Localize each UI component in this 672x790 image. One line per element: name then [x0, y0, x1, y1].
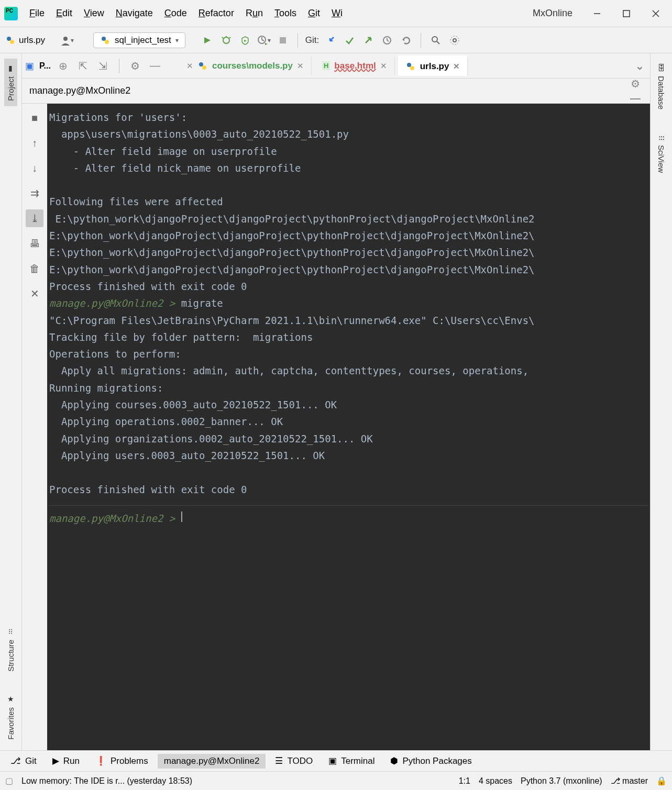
stop-button[interactable] — [276, 33, 290, 48]
target-icon[interactable]: ⊕ — [56, 59, 71, 73]
indent-setting[interactable]: 4 spaces — [479, 776, 512, 786]
interpreter[interactable]: Python 3.7 (mxonline) — [521, 776, 602, 786]
git-commit-button[interactable] — [342, 33, 357, 48]
maximize-button[interactable] — [613, 3, 640, 24]
btab-git[interactable]: ⎇Git — [4, 753, 43, 769]
editor-tab-models[interactable]: ✕ courses\models.py ✕ — [179, 57, 312, 75]
editor-tab-urls[interactable]: urls.py ✕ — [398, 55, 468, 76]
tabs-dropdown-icon[interactable]: ⌄ — [632, 59, 647, 73]
project-tool-tab[interactable]: Project▮ — [4, 59, 17, 106]
btab-problems[interactable]: ❗Problems — [89, 753, 155, 769]
print-icon[interactable]: 🖶 — [26, 235, 43, 252]
git-branch[interactable]: ⎇ master — [611, 776, 648, 786]
hide-icon[interactable]: — — [148, 59, 162, 73]
bottom-tool-tabs: ⎇Git ▶Run ❗Problems manage.py@MxOnline2 … — [0, 750, 672, 771]
menu-git[interactable]: Git — [303, 6, 325, 21]
search-button[interactable] — [428, 33, 443, 48]
project-toggle-label[interactable]: P... — [39, 61, 51, 71]
collapse-icon[interactable]: ⇲ — [96, 59, 111, 73]
lock-icon[interactable]: 🔒 — [656, 776, 667, 786]
btab-manage[interactable]: manage.py@MxOnline2 — [158, 754, 266, 769]
svg-line-25 — [437, 41, 439, 44]
git-label: Git: — [305, 35, 319, 46]
crumb-filename: urls.py — [19, 35, 45, 46]
profile-button[interactable]: ▾ — [257, 33, 271, 48]
menu-edit[interactable]: Edit — [51, 6, 78, 21]
minimize-button[interactable] — [584, 3, 610, 24]
cursor-position[interactable]: 1:1 — [459, 776, 470, 786]
btab-run[interactable]: ▶Run — [46, 753, 86, 769]
btab-terminal[interactable]: ▣Terminal — [322, 753, 381, 769]
close-icon[interactable]: ✕ — [380, 61, 387, 71]
scroll-end-icon[interactable]: ⤓ — [26, 209, 43, 227]
svg-line-13 — [229, 37, 230, 38]
run-button[interactable] — [200, 33, 215, 48]
close-icon[interactable]: ✕ — [186, 61, 193, 71]
git-push-button[interactable] — [361, 33, 376, 48]
menu-run[interactable]: Run — [240, 6, 268, 21]
btab-todo[interactable]: ☰TODO — [269, 753, 319, 769]
svg-point-24 — [432, 37, 437, 42]
svg-point-31 — [410, 66, 414, 70]
main-toolbar: urls.py ▾ sql_inject_test ▾ ▾ Git: — [0, 27, 672, 53]
svg-marker-14 — [244, 40, 247, 42]
coverage-button[interactable] — [238, 33, 252, 48]
terminal-header: manage.py@MxOnline2 ⚙ — — [22, 79, 650, 104]
navigation-crumb[interactable]: urls.py — [5, 35, 45, 46]
svg-line-22 — [387, 40, 389, 41]
git-history-button[interactable] — [380, 33, 394, 48]
gear-icon[interactable]: ⚙ — [128, 59, 142, 73]
structure-tool-tab[interactable]: Structure⁝⁝ — [4, 622, 17, 677]
svg-point-30 — [407, 63, 411, 67]
structure-icon: ⁝⁝ — [9, 627, 13, 636]
wrap-icon[interactable]: ⇉ — [26, 184, 43, 202]
tab-label: courses\models.py — [212, 61, 293, 71]
editor-tab-base[interactable]: H base.html ✕ — [315, 57, 395, 75]
down-arrow-icon[interactable]: ↓ — [26, 159, 43, 177]
project-pane-toolbar: ▣ P... ⊕ ⇱ ⇲ ⚙ — — [25, 59, 167, 73]
stop-icon[interactable]: ■ — [26, 109, 43, 127]
menu-view[interactable]: View — [79, 6, 109, 21]
database-tool-tab[interactable]: 🗄Database — [655, 59, 668, 115]
close-icon[interactable]: ✕ — [453, 62, 460, 71]
status-doc-icon[interactable]: ▢ — [5, 776, 13, 786]
menu-refactor[interactable]: Refactor — [193, 6, 239, 21]
svg-point-27 — [450, 36, 459, 44]
trash-icon[interactable]: 🗑 — [26, 260, 43, 277]
sciview-tool-tab[interactable]: ⁝⁝SciView — [655, 130, 668, 178]
close-button[interactable] — [643, 3, 669, 24]
close-icon[interactable]: ✕ — [297, 61, 304, 71]
svg-point-26 — [453, 39, 456, 42]
git-update-button[interactable] — [323, 33, 338, 48]
gear-icon[interactable]: ⚙ — [628, 76, 643, 91]
branch-icon: ⎇ — [10, 755, 21, 766]
menu-file[interactable]: FFileile — [24, 6, 50, 21]
tab-label: urls.py — [420, 61, 449, 72]
debug-button[interactable] — [219, 33, 234, 48]
up-arrow-icon[interactable]: ↑ — [26, 134, 43, 152]
svg-line-17 — [262, 40, 264, 41]
layout-icon[interactable]: ▣ — [25, 60, 34, 72]
btab-packages[interactable]: ⬢Python Packages — [384, 753, 478, 769]
run-config-selector[interactable]: sql_inject_test ▾ — [93, 32, 185, 48]
expand-icon[interactable]: ⇱ — [76, 59, 91, 73]
user-icon[interactable]: ▾ — [60, 33, 74, 48]
branch-icon: ⎇ — [611, 776, 620, 785]
menu-window[interactable]: Wi — [326, 6, 348, 21]
html-file-icon: H — [322, 61, 330, 70]
favorites-tool-tab[interactable]: Favorites★ — [4, 689, 17, 745]
menu-navigate[interactable]: Navigate — [111, 6, 158, 21]
menu-code[interactable]: Code — [159, 6, 192, 21]
svg-point-4 — [7, 37, 11, 41]
git-rollback-button[interactable] — [399, 33, 413, 48]
console-output[interactable]: Migrations for 'users': apps\users\migra… — [47, 104, 650, 750]
left-gutter: Project▮ Structure⁝⁝ Favorites★ — [0, 53, 22, 750]
svg-point-7 — [102, 37, 106, 41]
settings-button[interactable] — [447, 33, 462, 48]
svg-point-5 — [10, 40, 14, 44]
menu-tools[interactable]: Tools — [269, 6, 302, 21]
svg-line-12 — [222, 37, 223, 38]
warning-icon: ❗ — [95, 755, 106, 766]
close-icon[interactable]: ✕ — [26, 285, 43, 303]
svg-point-29 — [202, 65, 206, 70]
